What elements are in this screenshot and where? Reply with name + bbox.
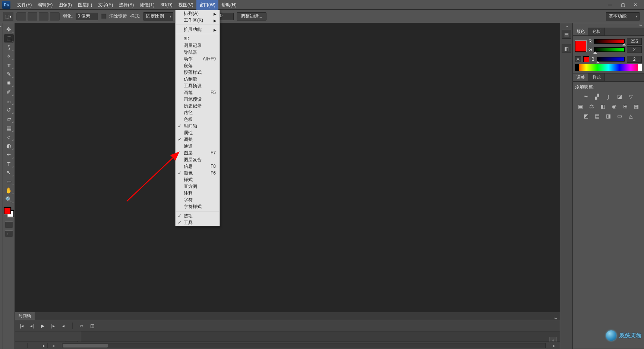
pen-tool[interactable]: ✒ — [4, 151, 14, 159]
menu-滤镜(T)[interactable]: 滤镜(T) — [137, 0, 157, 10]
spot-heal-tool[interactable]: ✺ — [4, 79, 14, 87]
posterize-icon[interactable]: ▤ — [594, 113, 601, 119]
selective-color-icon[interactable]: ◬ — [627, 113, 635, 119]
scroll-left-button[interactable]: ◂ — [51, 343, 56, 348]
menu-图像(I)[interactable]: 图像(I) — [56, 0, 75, 10]
type-tool[interactable]: T — [4, 160, 14, 168]
lookup-icon[interactable]: ▦ — [633, 103, 640, 110]
blur-tool[interactable]: ○ — [4, 133, 14, 141]
path-select-tool[interactable]: ↖ — [4, 169, 14, 177]
threshold-icon[interactable]: ◨ — [605, 113, 612, 119]
eyedropper-tool[interactable]: ✎ — [4, 70, 14, 78]
last-frame-button[interactable]: ◂ — [60, 323, 66, 328]
menu-图层(L)[interactable]: 图层(L) — [75, 0, 95, 10]
dodge-tool[interactable]: ◐ — [4, 142, 14, 150]
menuitem-画笔预设[interactable]: 画笔预设 — [176, 96, 220, 103]
menuitem-段落[interactable]: 段落 — [176, 62, 220, 69]
menuitem-图层[interactable]: 图层F7 — [176, 150, 220, 156]
minimize-button[interactable]: — — [606, 2, 614, 7]
first-frame-button[interactable]: |◂ — [19, 323, 25, 328]
menu-编辑(E)[interactable]: 编辑(E) — [35, 0, 56, 10]
menu-3D(D)[interactable]: 3D(D) — [158, 0, 176, 10]
magic-wand-tool[interactable]: ✧ — [4, 52, 14, 60]
hue-icon[interactable]: ▣ — [577, 103, 584, 110]
foreground-color-swatch[interactable] — [575, 41, 586, 52]
levels-icon[interactable]: ▞ — [594, 93, 601, 100]
gradient-map-icon[interactable]: ▭ — [616, 113, 624, 119]
gradient-tool[interactable]: ▤ — [4, 124, 14, 132]
type-color-icon[interactable]: A — [575, 56, 581, 62]
menuitem-动作[interactable]: 动作Alt+F9 — [176, 56, 220, 62]
menuitem-字符[interactable]: 字符 — [176, 196, 220, 203]
adjustments-tab[interactable]: 调整 — [573, 73, 589, 81]
hand-tool[interactable]: ✋ — [4, 186, 14, 195]
menuitem-排列(A)[interactable]: 排列(A)▶ — [176, 10, 220, 17]
antialias-checkbox[interactable] — [101, 14, 106, 19]
r-value[interactable]: 255 — [627, 38, 642, 45]
menuitem-3D[interactable]: 3D — [176, 35, 220, 42]
shape-tool[interactable]: ▭ — [4, 177, 14, 186]
toolbox-collapse-handle[interactable] — [0, 23, 3, 349]
menuitem-色板[interactable]: 色板 — [176, 116, 220, 123]
crop-tool[interactable]: ⌗ — [4, 61, 14, 69]
menuitem-属性[interactable]: 属性 — [176, 129, 220, 136]
invert-icon[interactable]: ◩ — [583, 113, 590, 119]
menuitem-测量记录[interactable]: 测量记录 — [176, 42, 220, 49]
balance-icon[interactable]: ⚖ — [588, 103, 596, 110]
foreground-swatch[interactable] — [4, 207, 11, 214]
brush-tool[interactable]: ✐ — [4, 88, 14, 96]
horizontal-scrollbar[interactable] — [62, 343, 546, 348]
menuitem-直方图[interactable]: 直方图 — [176, 183, 220, 190]
maximize-button[interactable]: ▢ — [619, 2, 627, 7]
timeline-tab[interactable]: 时间轴 — [15, 312, 35, 320]
move-tool[interactable]: ✥ — [4, 25, 14, 34]
color-tab[interactable]: 颜色 — [573, 28, 589, 35]
menuitem-样式[interactable]: 样式 — [176, 176, 220, 183]
current-tool-icon[interactable]: ⬚▾ — [3, 12, 13, 21]
zoom-tool[interactable]: 🔍 — [4, 195, 14, 204]
b-value[interactable]: 2 — [627, 56, 642, 63]
menu-文字(Y)[interactable]: 文字(Y) — [95, 0, 116, 10]
screenmode-button[interactable]: ⬚ — [5, 230, 13, 237]
marquee-tool[interactable]: ⬚ — [4, 34, 14, 43]
history-dock-icon[interactable]: ▤ — [562, 30, 571, 39]
swatches-tab[interactable]: 色板 — [589, 28, 605, 35]
timeline-collapse-handle[interactable]: ▸▸ — [552, 316, 560, 320]
history-brush-tool[interactable]: ↺ — [4, 106, 14, 114]
next-frame-button[interactable]: |▸ — [50, 323, 56, 328]
menuitem-信息[interactable]: 信息F8 — [176, 163, 220, 170]
menu-帮助(H)[interactable]: 帮助(H) — [218, 0, 240, 10]
menuitem-工具[interactable]: 工具✓ — [176, 219, 220, 226]
menu-视图(V)[interactable]: 视图(V) — [176, 0, 196, 10]
menuitem-字符样式[interactable]: 字符样式 — [176, 203, 220, 210]
vibrance-icon[interactable]: ▽ — [627, 93, 635, 100]
style-select[interactable]: 固定比例 — [143, 12, 173, 21]
properties-dock-icon[interactable]: ◧ — [562, 44, 571, 53]
menuitem-仿制源[interactable]: 仿制源 — [176, 76, 220, 82]
eraser-tool[interactable]: ▱ — [4, 115, 14, 123]
menuitem-时间轴[interactable]: 时间轴✓ — [176, 123, 220, 129]
menu-选择(S)[interactable]: 选择(S) — [116, 0, 137, 10]
exposure-icon[interactable]: ◪ — [616, 93, 624, 100]
menuitem-工具预设[interactable]: 工具预设 — [176, 82, 220, 89]
transition-icon[interactable]: ◫ — [89, 323, 95, 328]
refine-edge-button[interactable]: 调整边缘... — [237, 12, 266, 21]
prev-frame-button[interactable]: ◂| — [29, 323, 35, 328]
menuitem-图层复合[interactable]: 图层复合 — [176, 156, 220, 163]
workspace-select[interactable]: 基本功能 — [606, 12, 640, 21]
g-slider[interactable] — [594, 47, 625, 52]
brightness-icon[interactable]: ☀ — [583, 93, 590, 100]
curves-icon[interactable]: ∫ — [605, 93, 612, 100]
mode-intersect-button[interactable] — [50, 12, 60, 21]
photo-filter-icon[interactable]: ◉ — [610, 103, 618, 110]
color-spectrum[interactable] — [575, 64, 642, 71]
b-slider[interactable] — [597, 57, 625, 62]
scissors-icon[interactable]: ✂ — [79, 323, 85, 328]
menuitem-导航器[interactable]: 导航器 — [176, 49, 220, 56]
play-button[interactable]: ▶ — [40, 323, 45, 328]
menu-窗口(W)[interactable]: 窗口(W) — [196, 0, 218, 10]
close-button[interactable]: ✕ — [631, 2, 640, 7]
menuitem-画笔[interactable]: 画笔F5 — [176, 89, 220, 96]
menuitem-段落样式[interactable]: 段落样式 — [176, 69, 220, 76]
mode-add-button[interactable] — [28, 12, 37, 21]
